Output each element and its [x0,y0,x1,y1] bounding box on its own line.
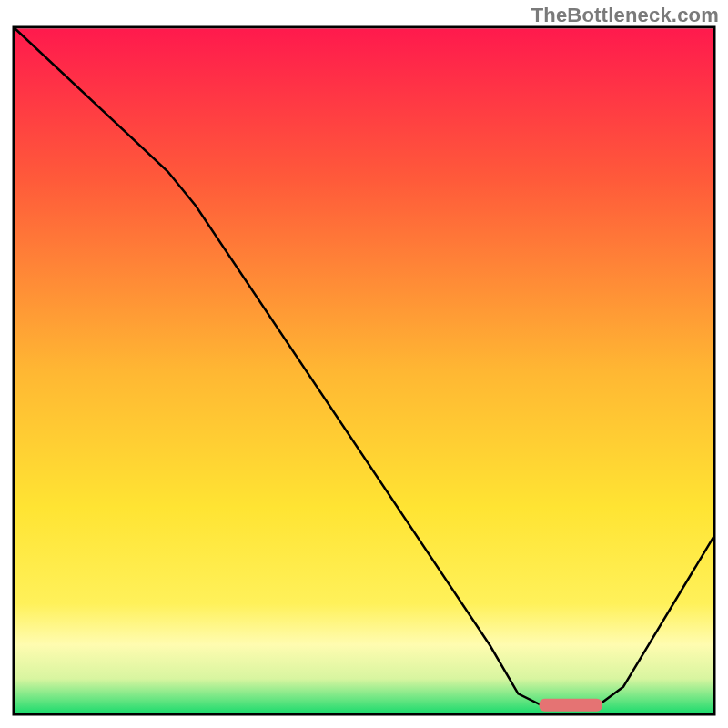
target-marker [540,699,602,712]
bottleneck-chart [0,0,728,728]
chart-container: TheBottleneck.com [0,0,728,728]
plot-gradient-bg [15,29,713,713]
attribution-label: TheBottleneck.com [531,4,719,27]
